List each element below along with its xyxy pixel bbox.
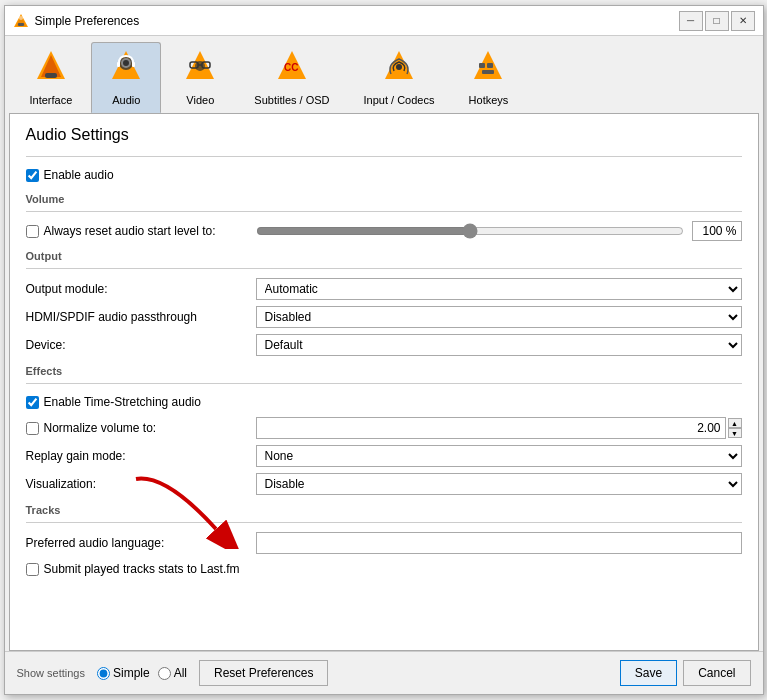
volume-slider[interactable]	[256, 222, 684, 240]
show-settings-radio-group: Simple All	[97, 666, 187, 680]
enable-audio-label[interactable]: Enable audio	[26, 168, 256, 182]
nav-tabs: Interface Audio	[5, 36, 763, 113]
normalize-up-btn[interactable]: ▲	[728, 418, 742, 428]
replay-gain-control: None Track Album	[256, 445, 742, 467]
interface-icon	[33, 49, 69, 90]
window-title: Simple Preferences	[35, 14, 673, 28]
tab-subtitles[interactable]: CC Subtitles / OSD	[239, 42, 344, 113]
always-reset-row: Always reset audio start level to: 100 %	[26, 218, 742, 244]
subtitles-tab-label: Subtitles / OSD	[254, 94, 329, 106]
normalize-checkbox[interactable]	[26, 422, 39, 435]
cancel-button[interactable]: Cancel	[683, 660, 750, 686]
svg-rect-24	[487, 63, 493, 68]
content-area: Audio Settings Enable audio Volume Alway…	[9, 113, 759, 651]
window-controls: ─ □ ✕	[679, 11, 755, 31]
maximize-button[interactable]: □	[705, 11, 729, 31]
normalize-input[interactable]	[256, 417, 726, 439]
svg-rect-6	[45, 73, 57, 78]
subtitles-icon: CC	[274, 49, 310, 90]
always-reset-checkbox[interactable]	[26, 225, 39, 238]
svg-rect-23	[479, 63, 485, 68]
always-reset-label[interactable]: Always reset audio start level to:	[26, 224, 216, 238]
show-settings-label: Show settings	[17, 667, 85, 679]
svg-rect-25	[482, 70, 494, 74]
footer-left: Show settings Simple All Reset Preferenc…	[17, 660, 612, 686]
hdmi-row: HDMI/SPDIF audio passthrough Disabled En…	[26, 303, 742, 331]
preferred-audio-row: Preferred audio language:	[26, 529, 742, 557]
video-icon	[182, 49, 218, 90]
enable-audio-row: Enable audio	[26, 163, 742, 187]
tab-interface[interactable]: Interface	[15, 42, 88, 113]
normalize-label[interactable]: Normalize volume to:	[26, 421, 157, 435]
output-module-select[interactable]: Automatic ALSA PulseAudio OSS	[256, 278, 742, 300]
minimize-button[interactable]: ─	[679, 11, 703, 31]
visualization-row: Visualization: Disable Spectrometer Scop…	[26, 470, 742, 498]
replay-gain-row: Replay gain mode: None Track Album	[26, 442, 742, 470]
output-section-label: Output	[26, 250, 742, 262]
output-module-row: Output module: Automatic ALSA PulseAudio…	[26, 275, 742, 303]
device-label: Device:	[26, 338, 256, 352]
preferred-audio-control	[256, 532, 742, 554]
audio-icon	[108, 49, 144, 90]
page-title: Audio Settings	[26, 126, 742, 144]
output-module-control: Automatic ALSA PulseAudio OSS	[256, 278, 742, 300]
time-stretching-checkbox[interactable]	[26, 396, 39, 409]
svg-rect-2	[18, 23, 24, 26]
input-icon	[381, 49, 417, 90]
app-window: Simple Preferences ─ □ ✕ Interface	[4, 5, 764, 695]
visualization-control: Disable Spectrometer Scope Spectrum	[256, 473, 742, 495]
audio-tab-label: Audio	[112, 94, 140, 106]
volume-value: 100 %	[692, 221, 742, 241]
all-radio[interactable]	[158, 667, 171, 680]
footer: Show settings Simple All Reset Preferenc…	[5, 651, 763, 694]
submit-tracks-label[interactable]: Submit played tracks stats to Last.fm	[26, 562, 256, 576]
title-bar: Simple Preferences ─ □ ✕	[5, 6, 763, 36]
save-button[interactable]: Save	[620, 660, 677, 686]
output-module-label: Output module:	[26, 282, 256, 296]
svg-point-3	[19, 16, 23, 20]
hdmi-control: Disabled Enabled	[256, 306, 742, 328]
normalize-number-container: ▲ ▼	[256, 417, 742, 439]
tab-input[interactable]: Input / Codecs	[349, 42, 450, 113]
normalize-row: Normalize volume to: ▲ ▼	[26, 414, 742, 442]
visualization-label: Visualization:	[26, 477, 256, 491]
always-reset-label-container: Always reset audio start level to:	[26, 224, 256, 238]
app-icon	[13, 13, 29, 29]
simple-radio-label[interactable]: Simple	[97, 666, 150, 680]
svg-rect-12	[132, 62, 135, 67]
footer-right: Save Cancel	[620, 660, 751, 686]
effects-section-label: Effects	[26, 365, 742, 377]
time-stretching-label[interactable]: Enable Time-Stretching audio	[26, 395, 256, 409]
arrow-wrapper: Preferred audio language:	[26, 529, 742, 557]
submit-tracks-checkbox[interactable]	[26, 563, 39, 576]
all-radio-label[interactable]: All	[158, 666, 187, 680]
normalize-spinners: ▲ ▼	[728, 418, 742, 438]
hdmi-select[interactable]: Disabled Enabled	[256, 306, 742, 328]
enable-audio-checkbox[interactable]	[26, 169, 39, 182]
visualization-select[interactable]: Disable Spectrometer Scope Spectrum	[256, 473, 742, 495]
reset-preferences-button[interactable]: Reset Preferences	[199, 660, 328, 686]
video-tab-label: Video	[186, 94, 214, 106]
volume-section-label: Volume	[26, 193, 742, 205]
device-row: Device: Default	[26, 331, 742, 359]
device-select[interactable]: Default	[256, 334, 742, 356]
svg-rect-11	[117, 62, 120, 67]
svg-point-21	[396, 64, 402, 70]
simple-radio[interactable]	[97, 667, 110, 680]
svg-text:CC: CC	[284, 62, 298, 73]
replay-gain-label: Replay gain mode:	[26, 449, 256, 463]
tab-audio[interactable]: Audio	[91, 42, 161, 113]
normalize-down-btn[interactable]: ▼	[728, 428, 742, 438]
volume-slider-container: 100 %	[256, 221, 742, 241]
close-button[interactable]: ✕	[731, 11, 755, 31]
replay-gain-select[interactable]: None Track Album	[256, 445, 742, 467]
svg-point-10	[123, 60, 129, 66]
submit-tracks-row: Submit played tracks stats to Last.fm	[26, 557, 742, 581]
tab-hotkeys[interactable]: Hotkeys	[453, 42, 523, 113]
hotkeys-tab-label: Hotkeys	[469, 94, 509, 106]
hdmi-label: HDMI/SPDIF audio passthrough	[26, 310, 256, 324]
tab-video[interactable]: Video	[165, 42, 235, 113]
tracks-section-label: Tracks	[26, 504, 742, 516]
normalize-label-container: Normalize volume to:	[26, 421, 256, 435]
preferred-audio-input[interactable]	[256, 532, 742, 554]
